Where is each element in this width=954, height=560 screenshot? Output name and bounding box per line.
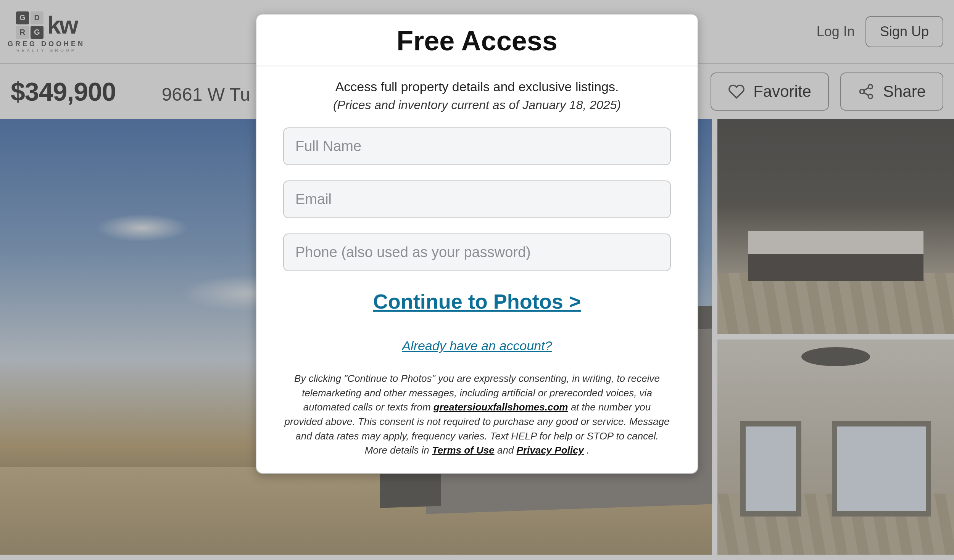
continue-to-photos-link[interactable]: Continue to Photos > [373,290,581,313]
legal-domain-link[interactable]: greatersiouxfallshomes.com [433,401,568,413]
terms-of-use-link[interactable]: Terms of Use [432,444,495,456]
fullname-input[interactable] [283,127,671,165]
legal-end: . [587,444,589,456]
legal-disclaimer: By clicking "Continue to Photos" you are… [283,372,671,458]
free-access-modal: Free Access Access full property details… [256,14,698,474]
modal-subtext: (Prices and inventory current as of Janu… [283,98,671,112]
privacy-policy-link[interactable]: Privacy Policy [517,444,584,456]
already-have-account-link[interactable]: Already have an account? [402,338,552,353]
phone-input[interactable] [283,233,671,271]
email-input[interactable] [283,180,671,218]
legal-and: and [497,444,517,456]
modal-lead: Access full property details and exclusi… [283,79,671,94]
modal-title: Free Access [256,14,698,66]
